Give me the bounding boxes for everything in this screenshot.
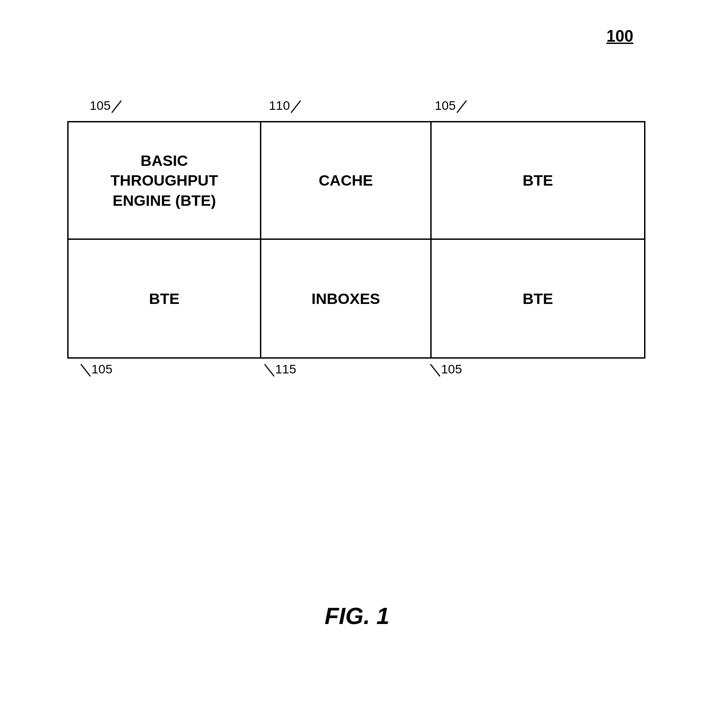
svg-line-2 xyxy=(457,100,467,113)
figure-caption: FIG. 1 xyxy=(325,602,389,629)
label-110-top: 110 xyxy=(269,99,301,113)
col-left: BASIC THROUGHPUT ENGINE (BTE) BTE xyxy=(69,122,261,357)
cache-label: CACHE xyxy=(319,170,373,190)
label-105-bottom-right: 105 xyxy=(430,362,462,377)
bte-label-bottom-left: BTE xyxy=(149,289,180,308)
bte-label-bottom-right: BTE xyxy=(523,289,553,308)
label-115-bottom: 115 xyxy=(264,362,296,377)
figure-number: 100 xyxy=(606,27,633,46)
col-right: BTE BTE xyxy=(432,122,644,357)
diagram-container: 105 110 105 BASIC THROUGHPUT ENGINE (BTE… xyxy=(54,99,659,377)
svg-line-1 xyxy=(291,100,301,113)
col-middle: CACHE INBOXES xyxy=(261,122,432,357)
label-105-bottom-left: 105 xyxy=(81,362,113,377)
cell-bte-bottom-left: BTE xyxy=(69,240,260,357)
label-105-top-left: 105 xyxy=(90,99,121,113)
svg-line-0 xyxy=(112,100,121,113)
inboxes-label: INBOXES xyxy=(312,289,380,308)
cell-basic-throughput-engine: BASIC THROUGHPUT ENGINE (BTE) xyxy=(69,122,260,240)
svg-line-5 xyxy=(430,364,440,377)
main-diagram-rect: BASIC THROUGHPUT ENGINE (BTE) BTE CACHE … xyxy=(67,121,645,359)
cell-cache: CACHE xyxy=(261,122,430,240)
cell-bte-top-right: BTE xyxy=(432,122,644,240)
cell-bte-bottom-right: BTE xyxy=(432,240,644,357)
bte-label-top-right: BTE xyxy=(523,170,553,190)
svg-line-4 xyxy=(264,364,274,377)
page-container: 100 105 110 105 BASIC THROUGHPUT ENGINE … xyxy=(0,0,714,728)
bte-full-label: BASIC THROUGHPUT ENGINE (BTE) xyxy=(111,151,218,210)
cell-inboxes: INBOXES xyxy=(261,240,430,357)
svg-line-3 xyxy=(81,364,91,377)
label-105-top-right: 105 xyxy=(435,99,467,113)
